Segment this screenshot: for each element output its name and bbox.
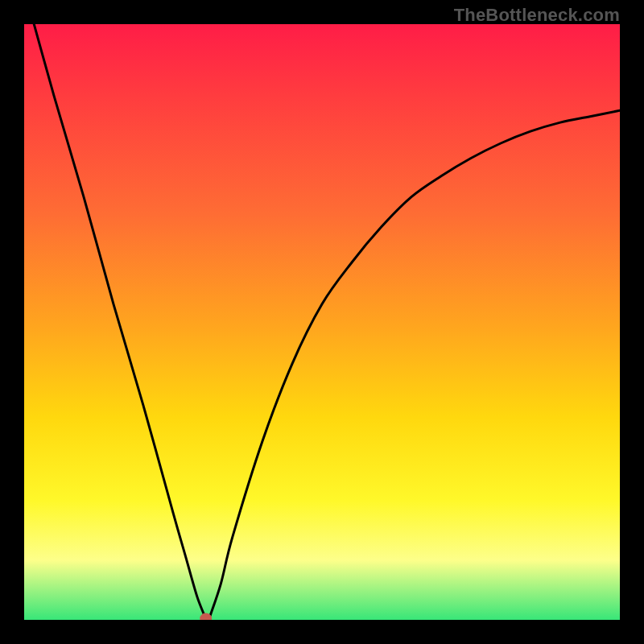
bottleneck-curve xyxy=(24,24,620,620)
chart-frame: TheBottleneck.com xyxy=(0,0,644,644)
curve-path xyxy=(24,24,620,620)
minimum-dot xyxy=(200,613,212,620)
chart-plot-area xyxy=(24,24,620,620)
watermark-text: TheBottleneck.com xyxy=(454,5,620,26)
